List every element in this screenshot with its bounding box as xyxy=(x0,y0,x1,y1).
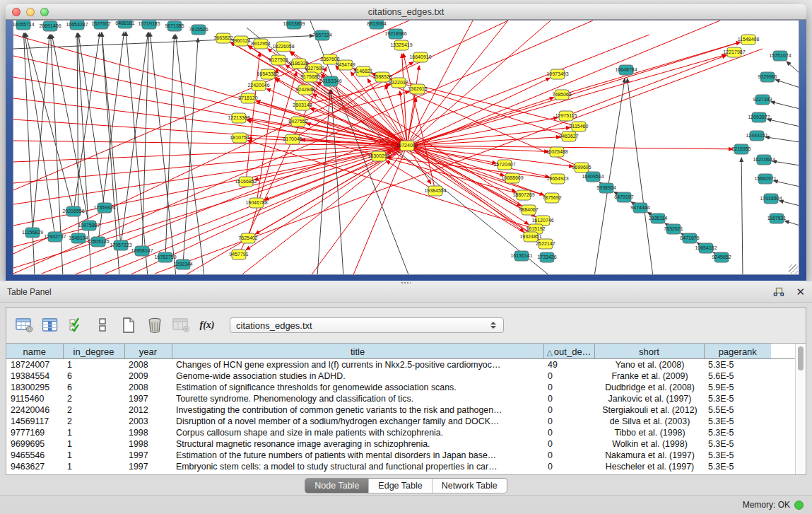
new-document-button[interactable] xyxy=(119,316,138,334)
graph-node[interactable]: 12975115 xyxy=(555,111,577,121)
graph-node[interactable]: 19654923 xyxy=(546,174,568,184)
table-cell[interactable]: 2 xyxy=(63,404,124,416)
graph-node[interactable]: 7625402 xyxy=(238,233,257,243)
graph-node[interactable]: 9884067 xyxy=(519,205,538,215)
graph-edge[interactable] xyxy=(52,35,89,226)
table-scrollbar-thumb[interactable] xyxy=(798,346,804,370)
graph-edge[interactable] xyxy=(784,221,799,226)
column-header-short[interactable]: short xyxy=(594,344,704,359)
table-cell[interactable]: Wolkin et al. (1998) xyxy=(594,438,704,450)
table-cell[interactable]: 5.6E-5 xyxy=(704,370,771,382)
graph-node[interactable]: 9245652 xyxy=(712,252,731,262)
graph-edge[interactable] xyxy=(562,42,740,95)
graph-node[interactable]: 15692971 xyxy=(754,174,776,184)
tab-edge-table[interactable]: Edge Table xyxy=(368,479,431,493)
table-row[interactable]: 946554611997Estimation of the future num… xyxy=(6,450,795,461)
table-row[interactable]: 1830029562008Estimation of significance … xyxy=(6,382,795,393)
graph-node[interactable]: 12217987 xyxy=(723,47,745,57)
graph-node[interactable]: 12093872 xyxy=(748,112,770,122)
graph-edge[interactable] xyxy=(765,137,799,142)
float-panel-icon[interactable] xyxy=(773,287,784,297)
table-row[interactable]: 977716911998Corpus callosum shape and si… xyxy=(6,427,795,438)
panel-divider-handle[interactable] xyxy=(401,281,411,285)
graph-node[interactable]: 8454749 xyxy=(336,60,355,70)
graph-node[interactable]: 15751074 xyxy=(769,51,791,61)
graph-node[interactable]: 1362615 xyxy=(408,84,427,94)
graph-node[interactable]: 9671385 xyxy=(165,21,184,31)
network-canvas[interactable]: 1405571420691406106532871527602646616110… xyxy=(13,21,799,275)
table-selector-dropdown[interactable]: citations_edges.txt xyxy=(230,317,504,333)
table-column-button[interactable] xyxy=(41,316,59,334)
graph-node[interactable]: 8912954 xyxy=(251,39,270,49)
table-cell[interactable]: 0 xyxy=(543,450,594,461)
table-cell[interactable]: 5.3E-5 xyxy=(704,427,771,438)
column-header-pagerank[interactable]: pagerank xyxy=(704,344,771,359)
graph-node[interactable]: 5938924 xyxy=(596,183,616,193)
graph-node[interactable]: 9242848 xyxy=(295,85,314,95)
table-cell[interactable]: 14569117 xyxy=(6,416,63,427)
table-cell[interactable]: 9463627 xyxy=(6,461,63,472)
graph-edge[interactable] xyxy=(13,35,407,146)
graph-node[interactable]: 17957223 xyxy=(110,240,131,250)
table-cell[interactable]: 2 xyxy=(63,393,124,404)
graph-edge[interactable] xyxy=(142,33,149,251)
graph-node[interactable]: 7615526 xyxy=(189,25,208,35)
graph-node[interactable]: 14055714 xyxy=(13,21,35,30)
column-header-title[interactable]: title xyxy=(172,344,543,359)
graph-node[interactable]: 12942737 xyxy=(44,232,66,242)
table-cell[interactable]: 2012 xyxy=(124,404,172,416)
table-cell[interactable]: 9115460 xyxy=(6,393,63,404)
graph-edge[interactable] xyxy=(247,141,536,229)
table-cell[interactable]: 9699695 xyxy=(6,438,63,450)
table-cell[interactable]: 5.3E-5 xyxy=(704,438,771,450)
graph-node[interactable]: 10654162 xyxy=(695,243,717,253)
network-view[interactable]: 1405571420691406106532871527602646616110… xyxy=(13,20,799,275)
graph-edge[interactable] xyxy=(150,33,176,275)
table-cell[interactable]: 1998 xyxy=(124,438,172,450)
graph-edge[interactable] xyxy=(628,78,653,275)
graph-node[interactable]: 7875692 xyxy=(542,193,561,203)
graph-node[interactable]: 20691406 xyxy=(39,21,61,31)
table-cell[interactable]: 1 xyxy=(63,450,124,461)
graph-edge[interactable] xyxy=(290,52,529,210)
graph-edge[interactable] xyxy=(165,35,175,257)
graph-node[interactable]: 1545194 xyxy=(69,233,88,243)
graph-node[interactable]: 18807269 xyxy=(512,190,534,200)
table-cell[interactable]: Tourette syndrome. Phenomenology and cla… xyxy=(172,393,543,404)
graph-node[interactable]: 9127503 xyxy=(269,55,288,65)
column-header-out-degree[interactable]: △out_de… xyxy=(543,344,594,359)
table-cell[interactable]: 1 xyxy=(63,359,124,370)
graph-node[interactable]: 1810754 xyxy=(230,133,249,143)
graph-node[interactable]: 9474444 xyxy=(630,203,649,213)
table-cell[interactable]: Estimation of the future numbers of pati… xyxy=(172,450,543,461)
resize-grip[interactable] xyxy=(789,264,798,274)
table-cell[interactable]: Nakamura et al. (1997) xyxy=(594,450,704,461)
graph-edge[interactable] xyxy=(407,21,508,146)
table-cell[interactable]: 6 xyxy=(63,382,124,393)
table-cell[interactable]: 5.5E-5 xyxy=(704,404,771,416)
column-header-in-degree[interactable]: in_degree xyxy=(63,344,124,359)
graph-node[interactable]: 9227343 xyxy=(753,95,772,105)
table-cell[interactable]: 2008 xyxy=(124,382,172,393)
graph-edge[interactable] xyxy=(13,146,407,204)
table-cell[interactable]: Hescheler et al. (1997) xyxy=(594,461,704,472)
graph-node[interactable]: 2935114 xyxy=(649,214,668,223)
tab-network-table[interactable]: Network Table xyxy=(432,479,507,493)
graph-node[interactable]: 10025488 xyxy=(546,147,567,157)
graph-edge[interactable] xyxy=(13,146,407,162)
graph-node[interactable]: 9457791 xyxy=(229,250,248,259)
graph-node[interactable]: 8215955 xyxy=(731,144,751,154)
column-header-year[interactable]: year xyxy=(124,344,172,359)
graph-node[interactable]: 1167531 xyxy=(767,214,787,223)
graph-node[interactable]: 19218986 xyxy=(384,29,406,39)
graph-edge[interactable] xyxy=(407,21,551,146)
table-cell[interactable]: 5.3E-5 xyxy=(704,416,771,427)
graph-node[interactable]: 6466161 xyxy=(115,21,134,28)
delete-table-button[interactable] xyxy=(172,316,190,334)
graph-node[interactable]: 18226058 xyxy=(272,42,294,52)
graph-node[interactable]: 16033809 xyxy=(283,21,305,29)
table-cell[interactable]: 2003 xyxy=(124,416,172,427)
table-cell[interactable]: 5.3E-5 xyxy=(704,450,771,461)
graph-edge[interactable] xyxy=(775,80,799,88)
graph-edge[interactable] xyxy=(24,33,35,275)
